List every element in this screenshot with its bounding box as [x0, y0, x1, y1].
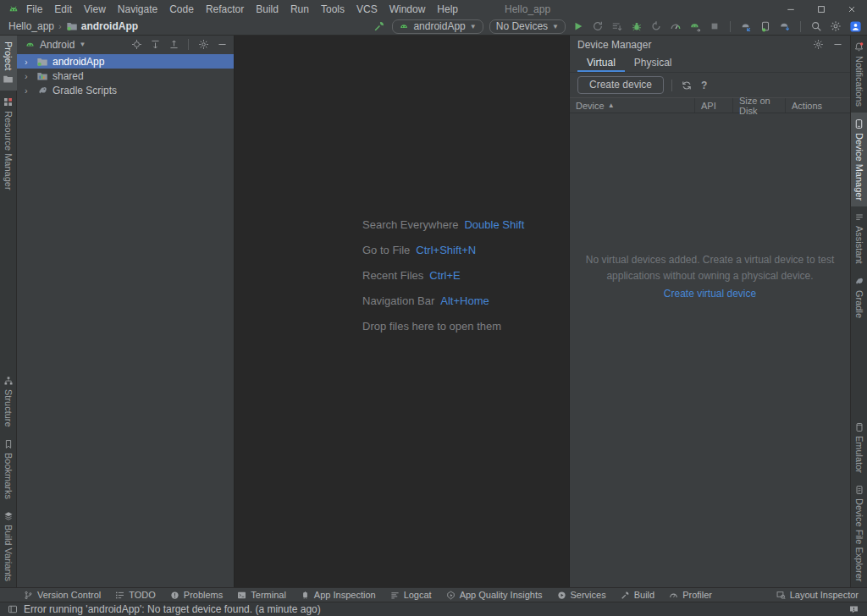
user-avatar[interactable]	[848, 19, 862, 33]
chevron-right-icon[interactable]: ›	[25, 57, 32, 67]
device-mirroring-icon[interactable]	[759, 19, 772, 33]
debug-button[interactable]	[630, 19, 643, 33]
column-header-api[interactable]: API	[695, 98, 733, 113]
hide-panel-icon[interactable]	[215, 38, 229, 52]
help-icon[interactable]: ?	[701, 80, 707, 91]
tab-physical[interactable]: Physical	[625, 53, 682, 72]
attach-debugger-icon[interactable]	[649, 19, 663, 33]
dm-hide-panel-icon[interactable]	[831, 38, 844, 52]
breadcrumb-separator: ›	[58, 21, 62, 31]
panel-settings-gear-icon[interactable]	[196, 38, 210, 52]
expand-all-icon[interactable]	[148, 38, 162, 52]
build-project-icon[interactable]	[373, 19, 386, 33]
toolwindow-tab-notifications[interactable]: Notifications	[851, 36, 867, 113]
toolwindow-button-version-control[interactable]: Version Control	[24, 590, 101, 600]
menu-window[interactable]: Window	[384, 2, 432, 17]
menu-help[interactable]: Help	[431, 2, 464, 17]
apply-changes-icon[interactable]	[591, 19, 605, 33]
toolwindow-tab-device-manager[interactable]: Device Manager	[851, 113, 867, 206]
editor-area[interactable]: Search EverywhereDouble Shift Go to File…	[235, 36, 569, 587]
chevron-right-icon[interactable]: ›	[25, 85, 32, 96]
device-select[interactable]: No Devices ▼	[489, 19, 566, 34]
toolwindow-tab-project[interactable]: Project	[0, 36, 17, 91]
device-manager-toolbar: Create device ?	[570, 73, 850, 97]
toolwindow-button-logcat[interactable]: Logcat	[390, 590, 432, 600]
settings-gear-icon[interactable]	[829, 19, 842, 33]
close-button[interactable]	[837, 0, 867, 18]
refresh-icon[interactable]	[680, 79, 693, 92]
tree-item-gradle-scripts[interactable]: › Gradle Scripts	[17, 83, 234, 97]
menu-edit[interactable]: Edit	[48, 2, 78, 17]
toolwindow-tab-bookmarks[interactable]: Bookmarks	[0, 433, 17, 505]
device-manager-icon[interactable]	[739, 19, 753, 33]
tree-item-androidapp[interactable]: › androidApp	[17, 54, 234, 69]
run-button[interactable]	[572, 19, 585, 33]
profile-low-overhead-icon[interactable]	[688, 19, 702, 33]
sdk-manager-icon[interactable]	[778, 19, 792, 33]
toolwindow-tab-device-file-explorer[interactable]: Device File Explorer	[851, 479, 867, 587]
device-manager-panel: Device Manager Virtual Physical Create d…	[569, 36, 850, 587]
collapse-all-icon[interactable]	[167, 38, 180, 52]
menu-build[interactable]: Build	[250, 2, 284, 17]
apply-code-changes-icon[interactable]	[610, 19, 624, 33]
menu-navigate[interactable]: Navigate	[112, 2, 163, 17]
column-header-device[interactable]: Device▲	[570, 98, 695, 113]
project-view-selector[interactable]: Android ▼	[25, 39, 86, 51]
toolwindow-tab-gradle[interactable]: Gradle	[851, 270, 867, 324]
sort-ascending-icon: ▲	[608, 102, 615, 109]
tab-virtual[interactable]: Virtual	[577, 53, 625, 72]
toolbar-run-controls: androidApp ▼ No Devices ▼	[373, 19, 862, 34]
menu-tools[interactable]: Tools	[315, 2, 351, 17]
toolwindow-button-app-inspection[interactable]: App Inspection	[301, 590, 376, 600]
column-header-size-on-disk[interactable]: Size on Disk	[733, 98, 786, 113]
toolwindow-button-layout-inspector[interactable]: Layout Inspector	[776, 590, 859, 600]
menu-run[interactable]: Run	[284, 2, 315, 17]
toolwindow-button-app-quality-insights[interactable]: App Quality Insights	[446, 590, 543, 600]
toolwindow-tab-emulator[interactable]: Emulator	[851, 416, 867, 479]
toolwindow-button-services[interactable]: Services	[557, 590, 606, 600]
search-everywhere-icon[interactable]	[809, 19, 823, 33]
chevron-right-icon[interactable]: ›	[25, 71, 32, 81]
device-manager-header: Device Manager	[570, 36, 850, 53]
gradle-icon	[36, 85, 48, 96]
profiler-icon[interactable]	[669, 19, 682, 33]
maximize-button[interactable]	[806, 0, 837, 18]
hint-go-to-file: Go to FileCtrl+Shift+N	[362, 244, 524, 256]
toolwindow-button-profiler[interactable]: Profiler	[669, 590, 712, 600]
toolwindow-button-terminal[interactable]: Terminal	[237, 590, 286, 600]
toolwindow-button-problems[interactable]: Problems	[170, 590, 223, 600]
menu-vcs[interactable]: VCS	[351, 2, 384, 17]
branch-icon	[24, 591, 33, 600]
dm-settings-gear-icon[interactable]	[811, 38, 825, 52]
services-icon	[557, 591, 566, 600]
layers-icon	[3, 511, 14, 521]
toolwindow-tab-build-variants[interactable]: Build Variants	[0, 505, 17, 587]
menu-view[interactable]: View	[78, 2, 112, 17]
toolwindow-tab-assistant[interactable]: Assistant	[851, 206, 867, 270]
status-message[interactable]: Error running 'androidApp': No target de…	[24, 603, 321, 615]
select-opened-file-icon[interactable]	[130, 38, 143, 52]
minimize-button[interactable]	[776, 0, 806, 18]
toolwindow-tab-resource-manager[interactable]: Resource Manager	[0, 91, 17, 196]
breadcrumb-module[interactable]: androidApp	[66, 20, 138, 32]
tree-item-shared[interactable]: › shared	[17, 69, 234, 83]
toolwindow-toggle-icon[interactable]	[8, 604, 18, 614]
menu-refactor[interactable]: Refactor	[200, 2, 250, 17]
menu-code[interactable]: Code	[163, 2, 200, 17]
column-header-actions[interactable]: Actions	[786, 98, 850, 113]
editor-shortcut-hints: Search EverywhereDouble Shift Go to File…	[362, 218, 524, 345]
project-panel: Android ▼ › androidApp	[17, 36, 235, 587]
empty-state-text-line2: applications without owning a physical d…	[578, 268, 842, 284]
toolwindow-button-build[interactable]: Build	[621, 590, 654, 600]
stop-button[interactable]	[708, 19, 721, 33]
menu-file[interactable]: File	[20, 2, 48, 17]
toolwindow-tab-structure[interactable]: Structure	[0, 370, 17, 433]
create-device-button[interactable]: Create device	[577, 76, 664, 94]
emulator-icon	[854, 422, 864, 432]
breadcrumb-project[interactable]: Hello_app	[8, 20, 54, 32]
toolwindow-button-todo[interactable]: TODO	[115, 590, 156, 600]
event-log-icon[interactable]	[848, 604, 859, 615]
create-virtual-device-link[interactable]: Create virtual device	[664, 286, 756, 302]
run-configuration-select[interactable]: androidApp ▼	[392, 19, 483, 34]
gauge-icon	[669, 591, 678, 600]
